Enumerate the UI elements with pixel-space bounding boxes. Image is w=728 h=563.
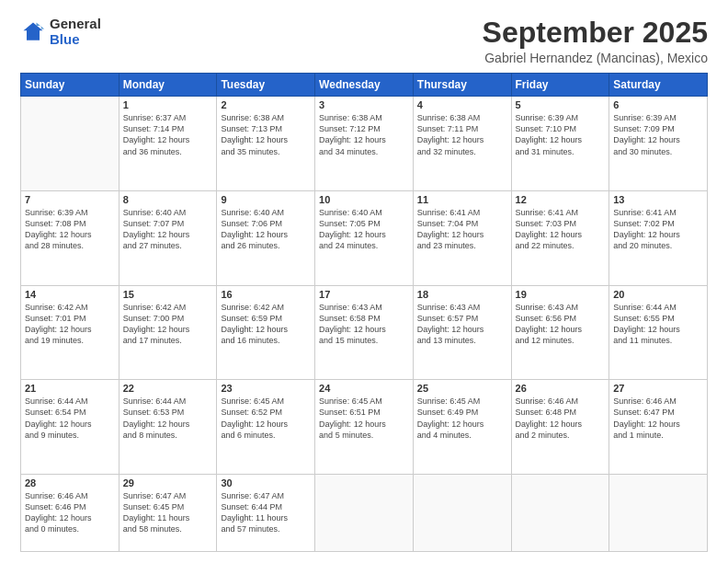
day-number: 23	[221, 383, 311, 394]
day-number: 12	[516, 194, 606, 205]
day-number: 4	[417, 99, 507, 110]
table-row	[21, 97, 119, 191]
day-info: Sunrise: 6:42 AM Sunset: 6:59 PM Dayligh…	[221, 302, 311, 347]
day-number: 10	[319, 194, 409, 205]
day-info: Sunrise: 6:44 AM Sunset: 6:53 PM Dayligh…	[123, 396, 213, 441]
table-row: 26Sunrise: 6:46 AM Sunset: 6:48 PM Dayli…	[511, 380, 609, 475]
day-number: 18	[417, 289, 507, 300]
table-row	[511, 474, 609, 551]
day-info: Sunrise: 6:40 AM Sunset: 7:05 PM Dayligh…	[319, 207, 409, 252]
day-number: 8	[123, 194, 213, 205]
day-info: Sunrise: 6:46 AM Sunset: 6:47 PM Dayligh…	[613, 396, 703, 441]
day-number: 21	[25, 383, 115, 394]
page: General Blue September 2025 Gabriel Hern…	[0, 0, 728, 563]
table-row: 16Sunrise: 6:42 AM Sunset: 6:59 PM Dayli…	[217, 285, 315, 380]
col-tuesday: Tuesday	[217, 74, 315, 97]
logo-text: General Blue	[50, 17, 101, 47]
day-number: 28	[25, 477, 115, 488]
table-row: 3Sunrise: 6:38 AM Sunset: 7:12 PM Daylig…	[315, 97, 414, 191]
table-row: 9Sunrise: 6:40 AM Sunset: 7:06 PM Daylig…	[217, 190, 315, 285]
day-number: 11	[417, 194, 507, 205]
calendar-table: Sunday Monday Tuesday Wednesday Thursday…	[20, 73, 708, 552]
logo: General Blue	[20, 17, 101, 47]
table-row: 15Sunrise: 6:42 AM Sunset: 7:00 PM Dayli…	[119, 285, 217, 380]
logo-general-text: General	[50, 17, 101, 32]
table-row: 25Sunrise: 6:45 AM Sunset: 6:49 PM Dayli…	[413, 380, 511, 475]
table-row	[315, 474, 414, 551]
day-number: 9	[221, 194, 311, 205]
day-number: 7	[25, 194, 115, 205]
day-info: Sunrise: 6:46 AM Sunset: 6:46 PM Dayligh…	[25, 490, 115, 535]
table-row: 7Sunrise: 6:39 AM Sunset: 7:08 PM Daylig…	[21, 190, 119, 285]
day-number: 2	[221, 99, 311, 110]
day-info: Sunrise: 6:40 AM Sunset: 7:06 PM Dayligh…	[221, 207, 311, 252]
day-info: Sunrise: 6:43 AM Sunset: 6:58 PM Dayligh…	[319, 302, 409, 347]
table-row	[413, 474, 511, 551]
table-row: 24Sunrise: 6:45 AM Sunset: 6:51 PM Dayli…	[315, 380, 414, 475]
day-info: Sunrise: 6:46 AM Sunset: 6:48 PM Dayligh…	[516, 396, 606, 441]
day-number: 15	[123, 289, 213, 300]
table-row: 4Sunrise: 6:38 AM Sunset: 7:11 PM Daylig…	[413, 97, 511, 191]
day-number: 29	[123, 477, 213, 488]
table-row: 13Sunrise: 6:41 AM Sunset: 7:02 PM Dayli…	[609, 190, 708, 285]
col-saturday: Saturday	[609, 74, 708, 97]
col-friday: Friday	[511, 74, 609, 97]
day-info: Sunrise: 6:41 AM Sunset: 7:03 PM Dayligh…	[516, 207, 606, 252]
title-location: Gabriel Hernandez (Mancinas), Mexico	[483, 51, 708, 65]
table-row: 6Sunrise: 6:39 AM Sunset: 7:09 PM Daylig…	[609, 97, 708, 191]
day-number: 25	[417, 383, 507, 394]
logo-icon	[20, 19, 46, 45]
day-info: Sunrise: 6:38 AM Sunset: 7:11 PM Dayligh…	[417, 112, 507, 157]
day-number: 24	[319, 383, 409, 394]
table-row: 12Sunrise: 6:41 AM Sunset: 7:03 PM Dayli…	[511, 190, 609, 285]
day-info: Sunrise: 6:38 AM Sunset: 7:12 PM Dayligh…	[319, 112, 409, 157]
day-info: Sunrise: 6:42 AM Sunset: 7:00 PM Dayligh…	[123, 302, 213, 347]
table-row: 30Sunrise: 6:47 AM Sunset: 6:44 PM Dayli…	[217, 474, 315, 551]
day-info: Sunrise: 6:44 AM Sunset: 6:54 PM Dayligh…	[25, 396, 115, 441]
logo-blue-text: Blue	[50, 32, 101, 48]
day-info: Sunrise: 6:45 AM Sunset: 6:49 PM Dayligh…	[417, 396, 507, 441]
day-number: 20	[613, 289, 703, 300]
day-number: 1	[123, 99, 213, 110]
day-info: Sunrise: 6:41 AM Sunset: 7:02 PM Dayligh…	[613, 207, 703, 252]
table-row: 27Sunrise: 6:46 AM Sunset: 6:47 PM Dayli…	[609, 380, 708, 475]
day-info: Sunrise: 6:38 AM Sunset: 7:13 PM Dayligh…	[221, 112, 311, 157]
day-info: Sunrise: 6:43 AM Sunset: 6:57 PM Dayligh…	[417, 302, 507, 347]
day-info: Sunrise: 6:47 AM Sunset: 6:45 PM Dayligh…	[123, 490, 213, 535]
table-row: 17Sunrise: 6:43 AM Sunset: 6:58 PM Dayli…	[315, 285, 414, 380]
day-info: Sunrise: 6:39 AM Sunset: 7:10 PM Dayligh…	[516, 112, 606, 157]
col-thursday: Thursday	[413, 74, 511, 97]
table-row: 1Sunrise: 6:37 AM Sunset: 7:14 PM Daylig…	[119, 97, 217, 191]
day-number: 19	[516, 289, 606, 300]
day-info: Sunrise: 6:39 AM Sunset: 7:09 PM Dayligh…	[613, 112, 703, 157]
table-row: 19Sunrise: 6:43 AM Sunset: 6:56 PM Dayli…	[511, 285, 609, 380]
table-row: 2Sunrise: 6:38 AM Sunset: 7:13 PM Daylig…	[217, 97, 315, 191]
day-info: Sunrise: 6:40 AM Sunset: 7:07 PM Dayligh…	[123, 207, 213, 252]
header: General Blue September 2025 Gabriel Hern…	[20, 17, 708, 65]
table-row: 14Sunrise: 6:42 AM Sunset: 7:01 PM Dayli…	[21, 285, 119, 380]
day-number: 30	[221, 477, 311, 488]
table-row	[609, 474, 708, 551]
col-monday: Monday	[119, 74, 217, 97]
day-number: 3	[319, 99, 409, 110]
day-number: 27	[613, 383, 703, 394]
table-row: 23Sunrise: 6:45 AM Sunset: 6:52 PM Dayli…	[217, 380, 315, 475]
day-info: Sunrise: 6:47 AM Sunset: 6:44 PM Dayligh…	[221, 490, 311, 535]
day-number: 16	[221, 289, 311, 300]
day-info: Sunrise: 6:45 AM Sunset: 6:51 PM Dayligh…	[319, 396, 409, 441]
day-info: Sunrise: 6:37 AM Sunset: 7:14 PM Dayligh…	[123, 112, 213, 157]
table-row: 18Sunrise: 6:43 AM Sunset: 6:57 PM Dayli…	[413, 285, 511, 380]
day-number: 13	[613, 194, 703, 205]
calendar-header-row: Sunday Monday Tuesday Wednesday Thursday…	[21, 74, 708, 97]
table-row: 21Sunrise: 6:44 AM Sunset: 6:54 PM Dayli…	[21, 380, 119, 475]
day-number: 6	[613, 99, 703, 110]
table-row: 11Sunrise: 6:41 AM Sunset: 7:04 PM Dayli…	[413, 190, 511, 285]
table-row: 20Sunrise: 6:44 AM Sunset: 6:55 PM Dayli…	[609, 285, 708, 380]
table-row: 10Sunrise: 6:40 AM Sunset: 7:05 PM Dayli…	[315, 190, 414, 285]
table-row: 8Sunrise: 6:40 AM Sunset: 7:07 PM Daylig…	[119, 190, 217, 285]
table-row: 22Sunrise: 6:44 AM Sunset: 6:53 PM Dayli…	[119, 380, 217, 475]
table-row: 5Sunrise: 6:39 AM Sunset: 7:10 PM Daylig…	[511, 97, 609, 191]
day-number: 17	[319, 289, 409, 300]
day-number: 14	[25, 289, 115, 300]
day-number: 5	[516, 99, 606, 110]
